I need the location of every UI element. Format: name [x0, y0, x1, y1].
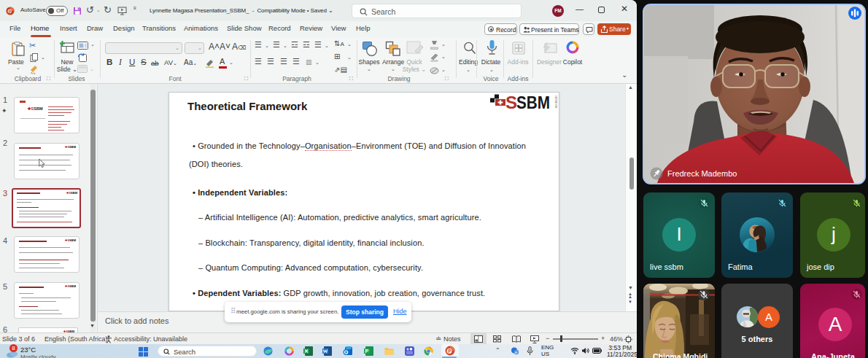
svg-text:P: P: [9, 9, 12, 14]
svg-text:Chioma Mgbidi: Chioma Mgbidi: [653, 352, 708, 358]
svg-text:GENEVA: GENEVA: [554, 96, 558, 108]
svg-text:P: P: [365, 349, 369, 354]
svg-text:P: P: [448, 349, 452, 354]
svg-text:Fredreck Madembo: Fredreck Madembo: [667, 169, 737, 178]
svg-text:e: e: [515, 350, 517, 354]
svg-text:S: S: [505, 93, 517, 112]
svg-text:SBM: SBM: [516, 93, 550, 112]
